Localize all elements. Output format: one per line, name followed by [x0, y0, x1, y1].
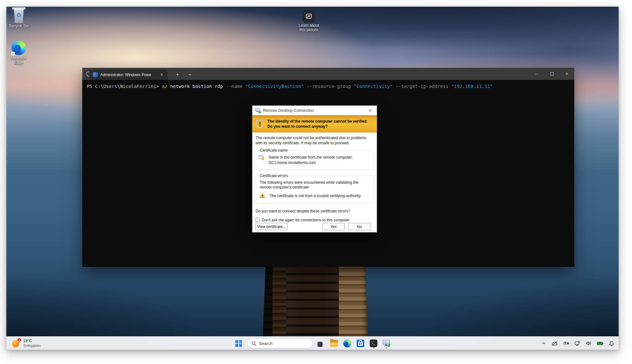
weather-condition: Soleggiato	[23, 343, 40, 348]
network-icon[interactable]	[575, 341, 580, 346]
rdp-app-icon: ↻	[255, 108, 261, 113]
tab-close-icon[interactable]: ✕	[158, 71, 165, 78]
new-tab-button[interactable]: +	[173, 70, 182, 79]
desktop-icon-label: Microsoft Edge	[11, 56, 27, 65]
store-icon	[357, 339, 364, 347]
refresh-arrows-icon: ↻	[258, 111, 261, 114]
certificate-icon	[258, 155, 265, 166]
desktop-icon-learn-about-picture[interactable]: Learn about this picture	[296, 10, 322, 32]
no-button[interactable]: No	[348, 223, 371, 230]
close-button[interactable]: ✕	[559, 68, 574, 80]
taskbar-search[interactable]: Search	[247, 339, 313, 348]
notification-badge: 1	[17, 338, 22, 342]
minimize-button[interactable]	[529, 68, 544, 80]
dont-ask-again-checkbox[interactable]	[256, 218, 260, 222]
file-explorer-button[interactable]	[330, 338, 339, 349]
edge-icon	[343, 339, 351, 347]
windows-terminal-button[interactable]: ›_	[369, 338, 378, 349]
running-indicator	[373, 347, 374, 348]
volume-icon[interactable]	[586, 341, 592, 346]
checkbox-label: Don't ask me again for connections to th…	[262, 218, 350, 222]
dialog-title: Remote Desktop Connection	[263, 108, 314, 113]
dialog-intro-text: The remote computer could not be authent…	[256, 136, 372, 146]
edge-button[interactable]	[343, 338, 352, 349]
tab-separator	[184, 72, 184, 77]
weather-text: 18°C Soleggiato	[23, 339, 40, 348]
terminal-command-line: PS C:\Users\NicolaFerrini> az network ba…	[87, 84, 570, 89]
certificate-errors-group: Certificate errors The following errors …	[256, 176, 374, 204]
refresh-arrows-icon: ↻	[387, 343, 391, 347]
yes-button[interactable]: Yes	[322, 223, 345, 230]
remote-desktop-icon: ↻	[382, 340, 391, 347]
certificate-errors-text: The following errors were encountered wh…	[260, 180, 368, 190]
certificate-name-text: Name in the certificate from the remote …	[269, 155, 353, 166]
recycle-glyph-icon: ♻	[12, 11, 25, 19]
dialog-close-icon[interactable]: ✕	[365, 107, 375, 114]
dont-ask-again-row: Don't ask me again for connections to th…	[256, 218, 374, 222]
task-view-icon	[317, 339, 325, 347]
folder-icon	[330, 340, 338, 347]
desktop-icon-label: Learn about this picture	[299, 23, 319, 32]
running-indicator	[386, 347, 388, 348]
tab-title: Administrator: Windows Powe	[100, 73, 151, 77]
dialog-titlebar: ↻ Remote Desktop Connection ✕	[252, 106, 377, 115]
warning-triangle-icon	[260, 193, 265, 198]
terminal-tabbar: ›_ Administrator: Windows Powe ✕ + ✕	[82, 68, 574, 80]
battery-charging-icon[interactable]	[597, 341, 604, 346]
terminal-prompt: PS C:\Users\NicolaFerrini>	[87, 84, 162, 89]
sun-icon: 1	[12, 339, 20, 347]
desktop-icon-recycle-bin[interactable]: ♻ Recycle Bin	[8, 7, 29, 28]
system-tray: ITA	[541, 337, 614, 350]
remote-desktop-button[interactable]: ↻	[382, 338, 391, 349]
microsoft-store-button[interactable]	[356, 338, 365, 349]
powershell-icon: ›_	[93, 72, 98, 77]
dialog-question: Do you want to connect despite these cer…	[256, 209, 374, 213]
onedrive-offline-icon[interactable]	[551, 341, 558, 346]
dialog-warning-banner: The identity of the remote computer cann…	[252, 115, 377, 132]
taskbar: 1 18°C Soleggiato Search	[6, 336, 619, 350]
certificate-name-group: Certificate name Name in the certificate…	[256, 150, 374, 170]
weather-temperature: 18°C	[23, 339, 40, 343]
dialog-body: The remote computer could not be authent…	[252, 132, 377, 222]
view-certificate-button[interactable]: View certificate...	[255, 223, 287, 230]
windows-logo-icon	[235, 340, 242, 347]
shortcut-arrow-icon: ↗	[11, 52, 15, 56]
security-shield-icon	[256, 119, 264, 129]
language-indicator[interactable]: ITA	[563, 341, 569, 345]
search-icon	[251, 341, 256, 346]
hidden-icons-chevron[interactable]	[541, 341, 546, 346]
notifications-bell-icon[interactable]	[609, 341, 614, 346]
terminal-icon: ›_	[370, 339, 377, 347]
banner-text: The identity of the remote computer cann…	[267, 119, 374, 129]
task-view-button[interactable]	[317, 338, 326, 349]
edge-icon: ↗	[11, 40, 26, 55]
picture-icon	[303, 10, 315, 22]
weather-widget[interactable]: 1 18°C Soleggiato	[10, 337, 43, 350]
group-label: Certificate errors	[258, 174, 289, 178]
start-button[interactable]	[234, 338, 243, 349]
group-label: Certificate name	[258, 148, 289, 153]
recycle-bin-icon: ♻	[12, 7, 25, 23]
window-controls: ✕	[529, 68, 574, 80]
certificate-error-item: The certificate is not from a trusted ce…	[270, 194, 361, 198]
rdp-certificate-dialog: ↻ Remote Desktop Connection ✕ The identi…	[252, 105, 377, 232]
taskbar-center: Search ›_	[234, 337, 391, 350]
desktop-icon-label: Recycle Bin	[9, 24, 29, 28]
desktop: ♻ Recycle Bin Learn about this picture ↗…	[6, 7, 619, 350]
desktop-icon-microsoft-edge[interactable]: ↗ Microsoft Edge	[8, 40, 29, 65]
tab-dropdown-icon[interactable]	[185, 70, 194, 79]
search-label: Search	[259, 341, 273, 346]
terminal-tab[interactable]: ›_ Administrator: Windows Powe ✕	[90, 69, 168, 80]
maximize-button[interactable]	[544, 68, 559, 80]
